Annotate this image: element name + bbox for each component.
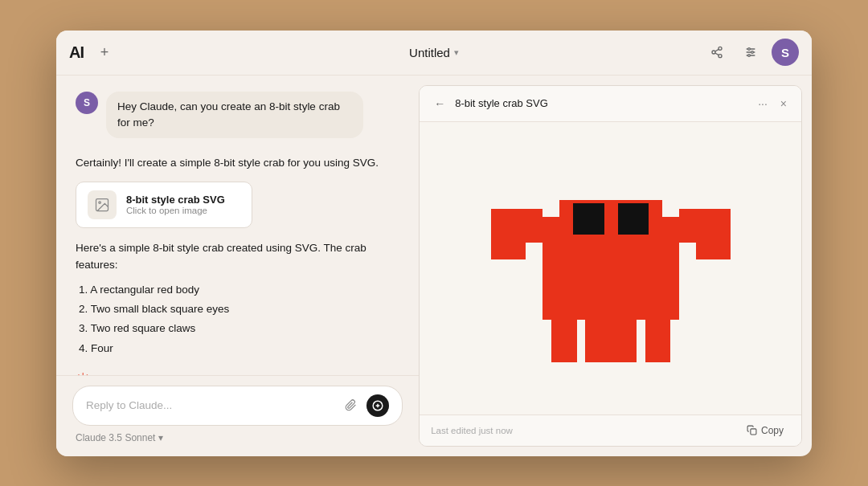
- input-placeholder[interactable]: Reply to Claude...: [86, 399, 333, 411]
- logo-icon: AI: [69, 43, 84, 62]
- crab-image: [474, 132, 747, 405]
- svg-point-2: [719, 55, 722, 58]
- input-actions: [339, 394, 389, 417]
- preview-title: 8-bit style crab SVG: [455, 97, 748, 109]
- assistant-intro-text: Certainly! I'll create a simple 8-bit st…: [76, 154, 399, 172]
- share-button[interactable]: [704, 39, 730, 65]
- description-text: Here's a simple 8-bit style crab created…: [76, 239, 399, 274]
- chat-input-area: Reply to Claude...: [56, 375, 419, 456]
- attach-button[interactable]: [339, 394, 362, 417]
- settings-button[interactable]: [738, 39, 764, 65]
- title-bar: AI + Untitled ▾ S: [56, 31, 812, 76]
- model-selector[interactable]: Claude 3.5 Sonnet ▾: [72, 432, 403, 443]
- title-bar-right: S: [702, 39, 799, 66]
- model-chevron-icon: ▾: [158, 432, 163, 443]
- svg-rect-25: [585, 319, 611, 361]
- preview-menu-button[interactable]: ···: [755, 94, 771, 113]
- svg-rect-22: [573, 203, 604, 234]
- input-box: Reply to Claude...: [72, 386, 403, 426]
- title-bar-left: AI +: [69, 41, 166, 63]
- list-item: 3. Two red square claws: [76, 319, 399, 338]
- svg-rect-23: [617, 203, 648, 234]
- copy-label: Copy: [761, 425, 784, 436]
- copy-button[interactable]: Copy: [740, 422, 790, 439]
- artifact-info: 8-bit style crab SVG Click to open image: [126, 194, 240, 215]
- send-icon: [372, 400, 383, 411]
- last-edited-text: Last edited just now: [431, 426, 513, 435]
- user-message: S Hey Claude, can you create an 8-bit st…: [76, 92, 399, 139]
- svg-point-12: [99, 201, 101, 203]
- image-icon: [94, 197, 110, 213]
- svg-rect-24: [551, 319, 576, 361]
- list-items: 1. A rectangular red body 2. Two small b…: [76, 280, 399, 358]
- svg-point-1: [712, 51, 715, 54]
- avatar[interactable]: S: [772, 39, 799, 66]
- list-item: 2. Two small black square eyes: [76, 300, 399, 319]
- svg-rect-26: [611, 319, 637, 361]
- settings-icon: [744, 46, 757, 59]
- title-bar-center: Untitled ▾: [166, 43, 702, 63]
- svg-point-8: [748, 48, 751, 51]
- share-icon: [710, 46, 723, 59]
- chevron-down-icon: ▾: [454, 47, 459, 58]
- artifact-icon: [88, 190, 117, 219]
- title-button[interactable]: Untitled ▾: [403, 43, 465, 63]
- svg-rect-21: [696, 234, 731, 259]
- assistant-message: Certainly! I'll create a simple 8-bit st…: [76, 154, 399, 375]
- svg-rect-20: [491, 234, 526, 259]
- send-button[interactable]: [366, 394, 389, 417]
- list-item: 4. Four: [76, 339, 399, 358]
- copy-icon: [747, 425, 757, 435]
- model-name: Claude 3.5 Sonnet: [76, 432, 155, 443]
- chat-panel: S Hey Claude, can you create an 8-bit st…: [56, 76, 419, 456]
- svg-point-0: [719, 47, 722, 50]
- chat-messages: S Hey Claude, can you create an 8-bit st…: [56, 76, 419, 375]
- preview-footer: Last edited just now Copy: [420, 415, 801, 446]
- svg-line-3: [715, 53, 719, 55]
- svg-point-10: [748, 55, 751, 57]
- preview-close-button[interactable]: ×: [777, 94, 790, 113]
- preview-back-button[interactable]: ←: [431, 96, 448, 112]
- artifact-title: 8-bit style crab SVG: [126, 194, 240, 206]
- app-window: AI + Untitled ▾ S: [56, 31, 812, 456]
- window-title: Untitled: [409, 46, 450, 59]
- artifact-card[interactable]: 8-bit style crab SVG Click to open image: [76, 182, 252, 228]
- preview-content: [420, 122, 801, 415]
- svg-rect-27: [645, 319, 670, 361]
- preview-header: ← 8-bit style crab SVG ··· ×: [420, 86, 801, 122]
- svg-rect-28: [751, 429, 756, 435]
- list-item: 1. A rectangular red body: [76, 280, 399, 300]
- anthropic-logo: AI: [69, 43, 84, 62]
- svg-line-4: [715, 49, 719, 51]
- main-content: S Hey Claude, can you create an 8-bit st…: [56, 76, 812, 456]
- user-avatar: S: [76, 92, 98, 114]
- paperclip-icon: [345, 399, 357, 411]
- preview-panel: ← 8-bit style crab SVG ··· ×: [419, 85, 802, 447]
- user-bubble: Hey Claude, can you create an 8-bit styl…: [106, 92, 363, 139]
- svg-point-9: [751, 51, 754, 54]
- artifact-subtitle: Click to open image: [126, 206, 240, 215]
- new-chat-button[interactable]: +: [93, 41, 116, 63]
